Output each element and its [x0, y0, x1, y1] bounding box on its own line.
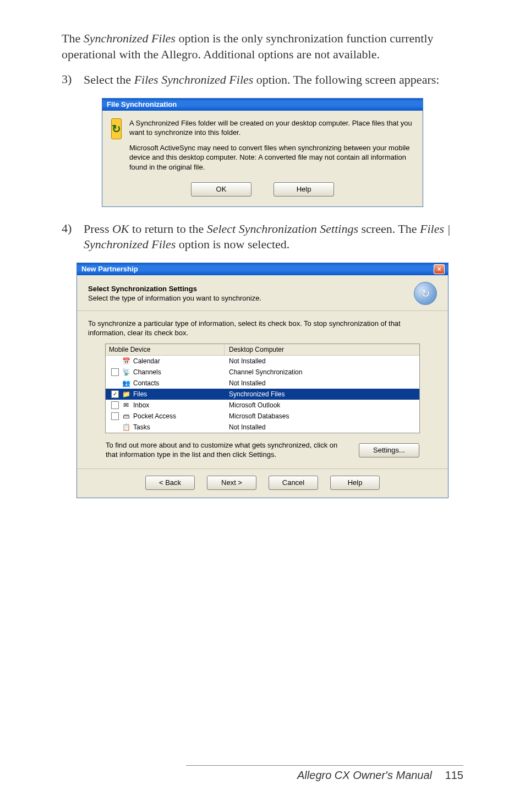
step-4-number: 4) [62, 221, 76, 253]
checkbox[interactable] [111, 368, 119, 376]
page-content: The Synchronized Files option is the onl… [0, 0, 525, 765]
contacts-icon: 👥 [122, 379, 130, 387]
page-footer: Allegro CX Owner's Manual 115 [186, 765, 463, 782]
file-synchronization-dialog: File Synchronization ↻ A Synchronized Fi… [102, 98, 423, 207]
sync-globe-icon: ↻ [414, 282, 437, 305]
calendar-icon: 📅 [122, 357, 130, 365]
help-button[interactable]: Help [274, 182, 334, 197]
list-item[interactable]: 📋TasksNot Installed [106, 422, 419, 433]
item-name: Channels [133, 368, 161, 376]
list-item[interactable]: 📡ChannelsChannel Synchronization [106, 367, 419, 378]
item-desktop-value: Not Installed [225, 379, 419, 387]
item-desktop-value: Channel Synchronization [225, 368, 419, 376]
checkbox[interactable]: ✓ [111, 390, 119, 398]
new-partnership-dialog: New Partnership × Select Synchronization… [76, 263, 449, 498]
list-item[interactable]: 📅CalendarNot Installed [106, 356, 419, 367]
divider [77, 310, 448, 311]
item-name: Inbox [133, 401, 149, 409]
sync-list[interactable]: Mobile Device Desktop Computer 📅Calendar… [105, 344, 420, 433]
item-name: Files [133, 390, 147, 398]
dialog-paragraph-2: Microsoft ActiveSync may need to convert… [129, 143, 414, 172]
item-name: Pocket Access [133, 412, 176, 420]
list-header: Mobile Device Desktop Computer [106, 344, 419, 356]
list-item[interactable]: 👥ContactsNot Installed [106, 378, 419, 389]
checkbox[interactable] [111, 401, 119, 409]
item-desktop-value: Microsoft Outlook [225, 401, 419, 409]
dialog-heading: Select Synchronization Settings [88, 285, 261, 293]
channels-icon: 📡 [122, 368, 130, 376]
dialog-subheading: Select the type of information you want … [88, 294, 261, 302]
item-desktop-value: Synchronized Files [225, 390, 419, 398]
help-button[interactable]: Help [330, 476, 380, 490]
step-3-number: 3) [62, 72, 76, 88]
dialog-title: New Partnership [81, 265, 138, 273]
tasks-icon: 📋 [122, 423, 130, 431]
dialog-paragraph-1: A Synchronized Files folder will be crea… [129, 118, 414, 138]
next-button[interactable]: Next > [207, 476, 256, 490]
list-item[interactable]: ✓📁FilesSynchronized Files [106, 389, 419, 400]
sync-note: To synchronize a particular type of info… [88, 319, 437, 338]
item-desktop-value: Not Installed [225, 423, 419, 431]
step-3-text: Select the Files Synchronized Files opti… [84, 72, 439, 88]
activesync-icon: ↻ [111, 118, 122, 139]
back-button[interactable]: < Back [145, 476, 195, 490]
ok-button[interactable]: OK [191, 182, 251, 197]
checkbox[interactable] [111, 412, 119, 420]
footer-page-number: 115 [445, 769, 463, 781]
col-desktop-computer[interactable]: Desktop Computer [225, 346, 419, 353]
dialog-title: File Synchronization [107, 100, 177, 108]
step-3: 3) Select the Files Synchronized Files o… [62, 72, 463, 88]
item-desktop-value: Not Installed [225, 357, 419, 365]
col-mobile-device[interactable]: Mobile Device [106, 344, 225, 355]
intro-para: The Synchronized Files option is the onl… [62, 31, 463, 62]
item-name: Contacts [133, 379, 159, 387]
item-desktop-value: Microsoft Databases [225, 412, 419, 420]
step-4: 4) Press OK to return to the Select Sync… [62, 221, 463, 253]
files-icon: 📁 [122, 390, 130, 398]
list-item[interactable]: 🗃Pocket AccessMicrosoft Databases [106, 411, 419, 422]
list-item[interactable]: ✉InboxMicrosoft Outlook [106, 400, 419, 411]
inbox-icon: ✉ [122, 401, 130, 409]
find-out-text: To find out more about and to customize … [106, 441, 342, 460]
dialog-title-bar: New Partnership × [77, 263, 448, 275]
step-4-text: Press OK to return to the Select Synchro… [84, 221, 463, 253]
footer-title: Allegro CX Owner's Manual [297, 769, 432, 781]
dialog-title-bar: File Synchronization [102, 99, 423, 111]
cancel-button[interactable]: Cancel [269, 476, 318, 490]
item-name: Tasks [133, 423, 150, 431]
close-icon[interactable]: × [434, 264, 445, 274]
item-name: Calendar [133, 357, 160, 365]
pocket-access-icon: 🗃 [122, 412, 130, 420]
settings-button[interactable]: Settings... [359, 443, 419, 457]
